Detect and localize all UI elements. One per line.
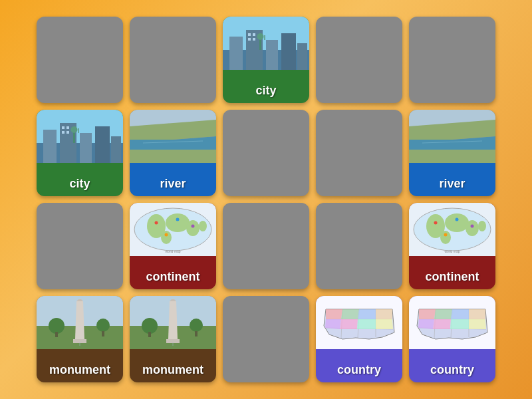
svg-point-46 (186, 220, 200, 236)
svg-rect-12 (248, 38, 251, 41)
svg-point-48 (199, 221, 207, 231)
svg-rect-13 (253, 38, 255, 41)
card-label-19: country (430, 363, 474, 377)
svg-rect-87 (195, 331, 198, 336)
card-12[interactable] (223, 203, 309, 289)
svg-rect-20 (111, 136, 121, 163)
card-label-2: city (255, 84, 276, 98)
svg-text:world map: world map (165, 249, 180, 253)
card-18[interactable]: country (316, 296, 402, 382)
card-label-6: river (160, 177, 186, 191)
card-9[interactable]: river (409, 110, 495, 196)
svg-rect-24 (62, 126, 65, 129)
card-5[interactable]: city (37, 110, 123, 196)
card-3[interactable] (316, 17, 402, 103)
memory-grid: city city river (23, 3, 509, 396)
svg-rect-26 (62, 131, 65, 134)
svg-rect-75 (55, 332, 58, 337)
card-label-15: monument (49, 363, 110, 377)
svg-marker-69 (75, 301, 84, 339)
svg-text:world map: world map (444, 249, 460, 253)
svg-rect-10 (248, 33, 251, 36)
card-label-11: continent (146, 270, 200, 284)
svg-point-52 (192, 225, 195, 228)
svg-rect-11 (253, 33, 255, 36)
card-label-5: city (69, 177, 90, 191)
svg-rect-4 (266, 40, 278, 70)
card-13[interactable] (316, 203, 402, 289)
svg-rect-6 (297, 43, 307, 70)
card-7[interactable] (223, 110, 309, 196)
svg-point-64 (471, 225, 474, 228)
svg-point-22 (71, 126, 78, 133)
svg-point-50 (176, 218, 180, 221)
svg-marker-80 (168, 301, 178, 339)
card-16[interactable]: monument (130, 296, 216, 382)
svg-rect-25 (66, 126, 69, 129)
card-1[interactable] (130, 17, 216, 103)
card-2[interactable]: city (223, 17, 309, 103)
card-17[interactable] (223, 296, 309, 382)
svg-point-63 (444, 233, 448, 237)
svg-rect-2 (229, 37, 243, 70)
svg-point-8 (257, 33, 264, 40)
card-0[interactable] (37, 17, 123, 103)
card-11[interactable]: world map continent (130, 203, 216, 289)
svg-rect-27 (66, 131, 69, 134)
svg-rect-18 (80, 133, 92, 163)
svg-point-51 (165, 233, 168, 237)
card-19[interactable]: country (409, 296, 495, 382)
card-10[interactable] (37, 203, 123, 289)
card-15[interactable]: monument (37, 296, 123, 382)
card-label-9: river (439, 177, 465, 191)
svg-point-49 (155, 221, 158, 225)
svg-point-58 (466, 220, 479, 236)
card-6[interactable]: river (130, 110, 216, 196)
svg-point-85 (190, 319, 203, 332)
card-14[interactable]: world map continent (409, 203, 495, 289)
svg-point-47 (161, 231, 172, 244)
svg-rect-40 (409, 140, 495, 150)
svg-rect-33 (130, 140, 216, 150)
svg-rect-86 (148, 332, 151, 337)
svg-point-74 (96, 319, 110, 332)
svg-point-45 (166, 213, 190, 232)
svg-rect-5 (281, 33, 296, 70)
svg-point-62 (456, 218, 459, 221)
svg-rect-19 (95, 126, 110, 163)
svg-point-73 (49, 318, 65, 334)
svg-point-61 (434, 221, 438, 225)
svg-point-59 (440, 231, 451, 244)
card-label-18: country (337, 363, 381, 377)
card-4[interactable] (409, 17, 495, 103)
svg-rect-16 (43, 130, 57, 163)
svg-point-57 (445, 213, 469, 232)
card-label-14: continent (426, 270, 479, 284)
svg-point-60 (478, 221, 486, 231)
card-label-16: monument (142, 363, 203, 377)
svg-point-84 (142, 318, 158, 334)
svg-rect-76 (102, 331, 104, 336)
card-8[interactable] (316, 110, 402, 196)
